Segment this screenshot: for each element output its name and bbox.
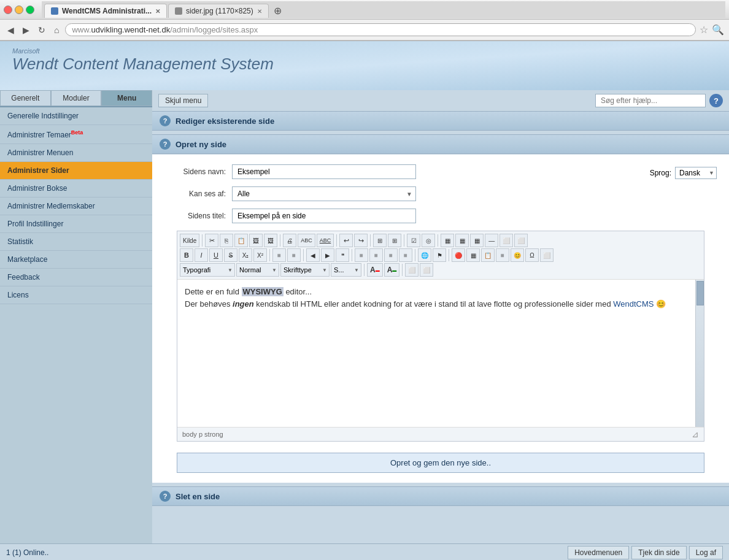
replace-button[interactable]: ⊞ xyxy=(388,234,401,247)
outdent-button[interactable]: ◀ xyxy=(306,248,320,262)
copy-button[interactable]: ⎘ xyxy=(220,234,233,247)
align-left-button[interactable]: ≡ xyxy=(355,248,368,262)
search-icon[interactable]: 🔍 xyxy=(712,24,724,36)
paste-text-button[interactable]: 🖼 xyxy=(249,234,263,247)
main-menu-button[interactable]: Hovedmenuen xyxy=(568,546,629,559)
print-button[interactable]: 🖨 xyxy=(283,234,296,247)
sidebar-item-menuen[interactable]: Administrer Menuen xyxy=(0,144,152,162)
superscript-button[interactable]: X² xyxy=(253,248,267,262)
ul-button[interactable]: ≡ xyxy=(272,248,286,262)
sidebar-item-temaer[interactable]: Administrer TemaerBeta xyxy=(0,125,152,144)
tab-1[interactable]: WendtCMS Administrati... ✕ xyxy=(44,4,167,18)
maximize-btn[interactable] xyxy=(26,6,34,14)
hline-button[interactable]: — xyxy=(485,234,498,247)
paste-word-button[interactable]: 🖼 xyxy=(264,234,277,247)
table-button[interactable]: ▦ xyxy=(441,234,454,247)
insert2-button[interactable]: ⬜ xyxy=(420,263,433,277)
help-search-input[interactable] xyxy=(595,94,706,107)
cut-button[interactable]: ✂ xyxy=(205,234,218,247)
underline-button[interactable]: U xyxy=(209,248,223,262)
format-button[interactable]: ≡ xyxy=(496,248,509,262)
editor-vscroll-thumb[interactable] xyxy=(696,281,704,305)
strikethrough-button[interactable]: S xyxy=(224,248,237,262)
anchor-button[interactable]: ⚑ xyxy=(433,248,446,262)
home-button[interactable]: ⌂ xyxy=(52,24,61,36)
blockquote-button[interactable]: ❝ xyxy=(336,248,349,262)
editor-resize-handle[interactable]: ⊿ xyxy=(692,429,699,439)
submit-button[interactable]: Opret og gem den nye side.. xyxy=(177,453,704,473)
color-button[interactable]: 🔴 xyxy=(452,248,465,262)
sidebar-item-statistik[interactable]: Statistik xyxy=(0,233,152,251)
new-tab-button[interactable]: ⊕ xyxy=(270,4,285,18)
table2-button[interactable]: ▦ xyxy=(455,234,469,247)
sidebar-item-medlemskaber[interactable]: Administrer Medlemskaber xyxy=(0,198,152,215)
sidebar-item-profil[interactable]: Profil Indstillinger xyxy=(0,215,152,233)
tab-2[interactable]: sider.jpg (1170×825) ✕ xyxy=(168,4,269,18)
check-site-button[interactable]: Tjek din side xyxy=(631,546,686,559)
spellcheck-button[interactable]: ABC xyxy=(298,234,315,247)
font-size-select[interactable]: Normal xyxy=(236,263,279,277)
align-justify-button[interactable]: ≡ xyxy=(399,248,412,262)
find-button[interactable]: ⊞ xyxy=(373,234,387,247)
bookmark-icon[interactable]: ☆ xyxy=(700,24,708,36)
radio-button[interactable]: ◎ xyxy=(422,234,435,247)
back-button[interactable]: ◀ xyxy=(5,24,17,36)
paste-button[interactable]: 📋 xyxy=(234,234,248,247)
subscript-button[interactable]: X₂ xyxy=(239,248,252,262)
title-input[interactable] xyxy=(232,209,416,223)
sidebar-item-bokse[interactable]: Administrer Bokse xyxy=(0,180,152,198)
tab2-close[interactable]: ✕ xyxy=(257,8,262,15)
font-type-select[interactable]: Skrifttype xyxy=(280,263,330,277)
delete-help-icon[interactable]: ? xyxy=(160,491,171,502)
insert-button[interactable]: ⬜ xyxy=(405,263,418,277)
align-right-button[interactable]: ≡ xyxy=(384,248,398,262)
text-color-button[interactable]: A▬ xyxy=(367,263,383,277)
source-button[interactable]: Kilde xyxy=(180,234,199,247)
sidebar-item-generelle[interactable]: Generelle Indstillinger xyxy=(0,107,152,125)
img-button[interactable]: ⬜ xyxy=(500,234,513,247)
visible-select[interactable]: Alle Ingen Brugere Administratorer xyxy=(232,186,416,201)
smiley-button[interactable]: 😊 xyxy=(511,248,524,262)
sidebar-item-marketplace[interactable]: Marketplace xyxy=(0,251,152,269)
sidebar-item-feedback[interactable]: Feedback xyxy=(0,269,152,286)
table3-button[interactable]: ▦ xyxy=(470,234,484,247)
forward-button[interactable]: ▶ xyxy=(20,24,32,36)
sidebar-item-sider[interactable]: Administrer Sider xyxy=(0,162,152,180)
font-family-select[interactable]: Typografi xyxy=(180,263,235,277)
logout-button[interactable]: Log af xyxy=(689,546,723,559)
close-btn[interactable] xyxy=(4,6,12,14)
style-button[interactable]: 📋 xyxy=(481,248,495,262)
checkbox-button[interactable]: ☑ xyxy=(407,234,420,247)
bold-button[interactable]: B xyxy=(180,248,193,262)
tab1-close[interactable]: ✕ xyxy=(155,8,160,15)
sidebar-tab-moduler[interactable]: Moduler xyxy=(51,90,102,106)
special-char-button[interactable]: Ω xyxy=(525,248,539,262)
minimize-btn[interactable] xyxy=(15,6,23,14)
refresh-button[interactable]: ↻ xyxy=(36,24,48,36)
editor-vscrollbar[interactable] xyxy=(695,280,704,427)
ol-button[interactable]: ≡ xyxy=(287,248,301,262)
sidebar-tab-menu[interactable]: Menu xyxy=(101,90,152,106)
create-help-icon[interactable]: ? xyxy=(160,139,171,150)
bgcolor-button[interactable]: ▦ xyxy=(466,248,480,262)
text-bgcolor-button[interactable]: A▬ xyxy=(384,263,400,277)
sidebar-tab-generelt[interactable]: Generelt xyxy=(0,90,51,106)
wendtcms-link[interactable]: WendtCMS xyxy=(613,299,654,309)
name-input[interactable] xyxy=(232,164,416,179)
redo-button[interactable]: ↪ xyxy=(354,234,368,247)
hide-menu-button[interactable]: Skjul menu xyxy=(158,94,208,107)
lang-select[interactable]: Dansk English Norsk Svensk xyxy=(675,167,717,179)
edit-help-icon[interactable]: ? xyxy=(160,115,171,126)
italic-button[interactable]: I xyxy=(195,248,208,262)
help-icon[interactable]: ? xyxy=(709,94,723,107)
sidebar-item-licens[interactable]: Licens xyxy=(0,286,152,304)
undo-button[interactable]: ↩ xyxy=(339,234,353,247)
spellcheck2-button[interactable]: ABC xyxy=(317,234,334,247)
url-bar-wrapper[interactable]: www.udvikling.wendt-net.dk/admin/logged/… xyxy=(65,23,696,36)
indent-button[interactable]: ▶ xyxy=(321,248,334,262)
flash-button[interactable]: ⬜ xyxy=(514,234,528,247)
editor-content[interactable]: Dette er en fuld WYSIWYG editor... Der b… xyxy=(177,280,695,427)
iframe-button[interactable]: ⬜ xyxy=(540,248,554,262)
align-center-button[interactable]: ≡ xyxy=(369,248,383,262)
link-button[interactable]: 🌐 xyxy=(418,248,431,262)
